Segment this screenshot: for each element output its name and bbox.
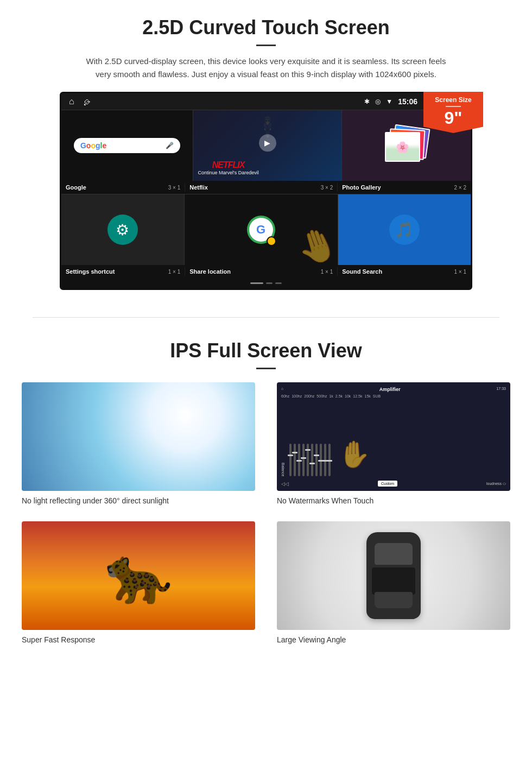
wifi-icon: ▼ xyxy=(386,98,392,105)
feature-label-cheetah: Super Fast Response xyxy=(22,635,255,644)
usb-icon: ⌮ xyxy=(83,97,91,106)
settings-app-name: Settings shortcut xyxy=(66,268,115,275)
title-divider xyxy=(256,45,276,46)
device-wrapper: Screen Size 9" ⌂ ⌮ ✱ ◎ ▼ 15:06 ⊡ ◁) ⊠ xyxy=(54,92,478,290)
amp-sliders: Balance xyxy=(281,400,506,478)
touch-hand-icon: ✋ xyxy=(338,439,371,470)
section-curved-screen: 2.5D Curved Touch Screen With 2.5D curve… xyxy=(0,0,532,301)
status-bar: ⌂ ⌮ ✱ ◎ ▼ 15:06 ⊡ ◁) ⊠ ▭ xyxy=(61,93,471,110)
home-icon[interactable]: ⌂ xyxy=(69,97,74,106)
photo-stack: 🌸 xyxy=(385,124,428,167)
sound-app-size: 1 × 1 xyxy=(454,269,466,275)
section-divider xyxy=(33,317,499,318)
feature-sunlight: No light reflecting under 360° direct su… xyxy=(22,382,255,505)
title-divider-2 xyxy=(256,368,276,369)
amp-statusbar: ⌂ Amplifier 17:33 xyxy=(281,387,506,392)
feature-img-cheetah: 🐆 xyxy=(22,521,255,630)
features-grid: No light reflecting under 360° direct su… xyxy=(22,382,510,644)
google-search-bar[interactable]: Google 🎤 xyxy=(74,138,181,153)
feature-img-sunlight xyxy=(22,382,255,491)
amp-arrow-icon: ◁◁ xyxy=(281,481,289,487)
amp-time: 17:33 xyxy=(496,387,506,392)
app-row-bottom: ⚙ G 🤚 🎵 xyxy=(61,194,471,265)
google-app-size: 3 × 1 xyxy=(168,185,181,191)
location-icon: ◎ xyxy=(375,98,381,105)
feature-img-amplifier: ⌂ Amplifier 17:33 60hz100hz200hz500hz1k2… xyxy=(277,382,510,491)
cheetah-visual: 🐆 xyxy=(22,521,255,630)
amp-slider-group: ✋ xyxy=(289,433,506,476)
head-unit-screen: ⌂ ⌮ ✱ ◎ ▼ 15:06 ⊡ ◁) ⊠ ▭ xyxy=(60,92,472,290)
share-app-name: Share location xyxy=(189,268,231,275)
share-location-cell[interactable]: G 🤚 xyxy=(185,194,338,265)
google-app-cell[interactable]: Google 🎤 xyxy=(61,110,193,181)
amp-title: Amplifier xyxy=(379,387,401,392)
feature-car: Large Viewing Angle xyxy=(277,521,510,644)
page-indicator xyxy=(61,278,471,288)
feature-cheetah: 🐆 Super Fast Response xyxy=(22,521,255,644)
gallery-app-name: Photo Gallery xyxy=(342,184,381,191)
statusbar-left: ⌂ ⌮ xyxy=(69,97,91,106)
section2-title: IPS Full Screen View xyxy=(22,339,510,362)
google-logo: Google xyxy=(80,141,106,150)
badge-divider xyxy=(446,106,461,107)
bluetooth-icon: ✱ xyxy=(364,98,370,105)
netflix-subtitle: Continue Marvel's Daredevil xyxy=(198,170,258,175)
car-roof xyxy=(372,567,415,595)
feature-label-sunlight: No light reflecting under 360° direct su… xyxy=(22,496,255,505)
mic-icon: 🎤 xyxy=(166,142,174,149)
settings-label-cell: Settings shortcut 1 × 1 xyxy=(61,267,185,276)
gallery-app-size: 2 × 2 xyxy=(454,185,466,191)
amplifier-visual: ⌂ Amplifier 17:33 60hz100hz200hz500hz1k2… xyxy=(277,382,510,491)
section1-description: With 2.5D curved-display screen, this de… xyxy=(81,55,451,81)
badge-label: Screen Size xyxy=(427,96,480,104)
sound-search-cell[interactable]: 🎵 xyxy=(338,194,471,265)
feature-label-watermark: No Watermarks When Touch xyxy=(277,496,510,505)
netflix-label-cell: Netflix 3 × 2 xyxy=(185,183,338,192)
play-button[interactable]: ▶ xyxy=(259,134,276,152)
netflix-overlay: NETFLIX Continue Marvel's Daredevil xyxy=(198,160,258,175)
app-row-top: Google 🎤 🕴 ▶ NETFLIX Continue Marvel's D… xyxy=(61,110,471,181)
amp-freq-labels: 60hz100hz200hz500hz1k2.5k10k12.5k15kSUB xyxy=(281,394,506,398)
amp-home-icon: ⌂ xyxy=(281,387,283,392)
label-row-top: Google 3 × 1 Netflix 3 × 2 Photo Gallery… xyxy=(61,181,471,194)
amp-bottom: ◁◁ Custom loudness ⬭ xyxy=(281,481,506,487)
netflix-app-name: Netflix xyxy=(189,184,208,191)
netflix-app-cell[interactable]: 🕴 ▶ NETFLIX Continue Marvel's Daredevil xyxy=(193,110,342,181)
photo-card-1: 🌸 xyxy=(385,132,420,162)
cheetah-icon: 🐆 xyxy=(105,544,173,608)
share-app-size: 1 × 1 xyxy=(321,269,333,275)
share-label-cell: Share location 1 × 1 xyxy=(185,267,338,276)
feature-img-car xyxy=(277,521,510,630)
settings-icon: ⚙ xyxy=(107,215,138,245)
sunlight-visual xyxy=(22,382,255,491)
amp-loudness: loudness ⬭ xyxy=(486,482,506,486)
settings-app-cell[interactable]: ⚙ xyxy=(61,194,185,265)
status-time: 15:06 xyxy=(398,97,417,106)
feature-label-car: Large Viewing Angle xyxy=(277,635,510,644)
netflix-logo: NETFLIX xyxy=(198,160,258,170)
label-row-bottom: Settings shortcut 1 × 1 Share location 1… xyxy=(61,265,471,278)
amp-custom-btn: Custom xyxy=(378,481,397,487)
section1-title: 2.5D Curved Touch Screen xyxy=(33,16,499,39)
screen-size-badge: Screen Size 9" xyxy=(423,92,483,133)
google-label-cell: Google 3 × 1 xyxy=(61,183,185,192)
eq-bars xyxy=(289,433,331,476)
gallery-label-cell: Photo Gallery 2 × 2 xyxy=(338,183,471,192)
settings-app-size: 1 × 1 xyxy=(168,269,181,275)
amp-balance-label: Balance xyxy=(281,463,285,476)
car-rear-window xyxy=(375,592,413,608)
sound-app-name: Sound Search xyxy=(342,268,382,275)
music-icon: 🎵 xyxy=(389,215,420,245)
sound-label-cell: Sound Search 1 × 1 xyxy=(338,267,471,276)
hand-gesture-icon: 🤚 xyxy=(292,220,343,270)
car-windshield xyxy=(375,543,413,565)
feature-watermark: ⌂ Amplifier 17:33 60hz100hz200hz500hz1k2… xyxy=(277,382,510,505)
netflix-app-size: 3 × 2 xyxy=(321,185,333,191)
google-app-name: Google xyxy=(66,184,86,191)
car-top-view xyxy=(366,532,421,619)
car-visual xyxy=(277,521,510,630)
badge-size: 9" xyxy=(427,109,480,127)
section-ips-screen: IPS Full Screen View No light reflecting… xyxy=(0,334,532,666)
